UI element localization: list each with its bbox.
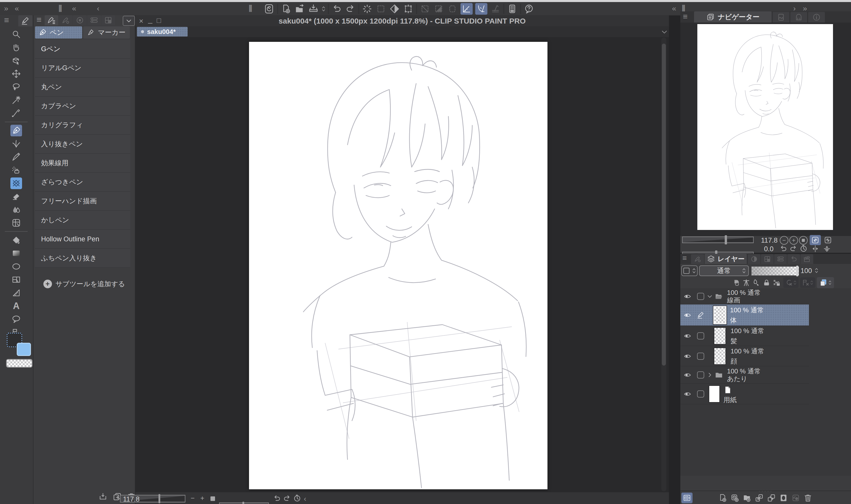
new-document-button[interactable]	[280, 3, 292, 15]
deselect-button[interactable]	[362, 3, 373, 15]
rotation-slider[interactable]: 0.0	[219, 503, 269, 504]
snap-to-special-ruler-button[interactable]	[475, 3, 487, 15]
layer-row-karada-selected[interactable]: 100 % 通常 体	[680, 305, 809, 326]
layer-row-kami[interactable]: 100 % 通常 髪	[680, 326, 809, 346]
add-subtool-button[interactable]: + サブツールを追加する	[34, 280, 135, 288]
panel-grip2-icon[interactable]: |||	[249, 4, 251, 12]
collapse-canvas-icon[interactable]: ‹	[97, 4, 99, 12]
subtool-item-gpen[interactable]: Gペン	[35, 39, 130, 58]
layer-menu-icon[interactable]: ≡	[682, 254, 687, 262]
tab-layer-search[interactable]	[748, 254, 760, 264]
reselect-button[interactable]	[375, 3, 386, 15]
scroll-up-chevron-icon[interactable]	[661, 29, 668, 36]
frame-border-tool[interactable]	[11, 274, 22, 286]
layer-checkbox[interactable]	[694, 391, 707, 397]
tab-layer-property[interactable]	[691, 254, 704, 264]
selection-tool[interactable]	[11, 81, 22, 93]
tone-button[interactable]	[741, 277, 752, 288]
lock-layer-button[interactable]	[761, 277, 772, 288]
paper-thumbnail[interactable]	[709, 385, 720, 402]
subtool-item-hollow-outline-pen[interactable]: Hollow Outline Pen	[35, 230, 130, 249]
collapse-subtool-icon[interactable]: «	[72, 4, 76, 12]
fit-to-window-button[interactable]	[810, 235, 821, 245]
layer-palette-view-button[interactable]	[681, 492, 692, 503]
zoom-slider-handle[interactable]	[159, 494, 160, 503]
tool-property-tab[interactable]	[59, 15, 73, 25]
workspace-panel-button[interactable]	[507, 3, 518, 15]
layer-checkbox[interactable]	[694, 293, 707, 300]
new-vector-layer-button[interactable]	[730, 492, 740, 503]
ruler-range-button[interactable]	[800, 277, 815, 288]
subtool-item-irinuki-pen[interactable]: 入り抜きペン	[35, 134, 130, 154]
eraser-tool[interactable]	[11, 191, 22, 202]
apply-mask-button[interactable]	[791, 492, 801, 503]
layer-thumbnail[interactable]	[714, 347, 726, 365]
zoom-in-button[interactable]: +	[200, 494, 204, 502]
transparent-color-swatch[interactable]	[6, 359, 33, 367]
save-options-spinner[interactable]	[322, 3, 326, 15]
operation-object-tool[interactable]	[11, 55, 22, 67]
vertical-scrollbar-thumb[interactable]	[662, 43, 666, 365]
tab-layer-comp[interactable]	[774, 254, 787, 264]
reset-rotation-button[interactable]	[293, 494, 302, 503]
collapse-left-icon[interactable]: »	[4, 4, 8, 12]
folder-expand-chevron-icon[interactable]	[707, 293, 713, 300]
tab-history[interactable]	[787, 254, 800, 264]
save-button[interactable]	[308, 3, 319, 15]
tab-marker[interactable]: マーカー	[83, 26, 130, 38]
layer-thumbnail-size-control[interactable]	[681, 266, 698, 276]
brush-tool[interactable]	[11, 151, 22, 163]
visibility-eye-icon[interactable]	[680, 292, 694, 300]
gradient-tool[interactable]	[11, 248, 22, 259]
panel-grip-icon[interactable]: |||	[58, 4, 61, 12]
rotate-left-button[interactable]	[272, 494, 282, 503]
visibility-eye-icon[interactable]	[680, 311, 694, 319]
delete-layer-button[interactable]	[803, 492, 813, 503]
tab-item-bank[interactable]	[791, 12, 807, 22]
navigator-rotate-right-button[interactable]	[789, 244, 798, 253]
visibility-eye-icon[interactable]	[680, 332, 694, 340]
navigator-zoom-in-button[interactable]: +	[790, 236, 798, 245]
canvas-page[interactable]	[249, 42, 547, 489]
expand-right-icon[interactable]: ›	[793, 4, 796, 12]
balloon-tool[interactable]	[11, 313, 22, 325]
merge-with-lower-layer-button[interactable]	[766, 492, 776, 503]
layer-row-atari[interactable]: 100 % 通常 あたり	[680, 366, 809, 383]
new-layer-button[interactable]	[718, 492, 728, 503]
redo-button[interactable]	[345, 3, 356, 15]
navigator-preview-area[interactable]	[680, 22, 851, 236]
color-history-tab[interactable]	[87, 15, 101, 25]
fill-selection-icon[interactable]	[433, 3, 444, 15]
document-tab[interactable]: saku004*	[137, 27, 188, 36]
blend-mode-dropdown[interactable]: 通常	[699, 266, 749, 276]
layer-checkbox[interactable]	[694, 332, 707, 340]
navigator-zoom-handle[interactable]	[725, 235, 727, 245]
fill-tool[interactable]	[11, 234, 22, 246]
navigator-menu-icon[interactable]: ≡	[683, 13, 688, 20]
tool-panel-menu-icon[interactable]: ≡	[4, 16, 9, 24]
panel-grip3-icon[interactable]: |||	[682, 4, 684, 12]
rotate-right-button[interactable]	[283, 494, 292, 503]
navigator-rotate-left-button[interactable]	[779, 244, 788, 253]
tab-information[interactable]	[808, 12, 825, 22]
color-set-tab[interactable]	[102, 15, 115, 25]
figure-tool[interactable]	[11, 260, 22, 272]
navigator-zoom-out-button[interactable]: −	[780, 236, 789, 245]
subtool-item-fuchi-pen[interactable]: ふちペン入り抜き	[35, 249, 130, 268]
brush-size-tab[interactable]	[73, 15, 87, 25]
zoom-tool[interactable]	[11, 29, 22, 40]
zoom-out-button[interactable]: −	[191, 494, 195, 502]
layer-row-senga[interactable]: 100 % 通常 線画	[680, 288, 809, 305]
visibility-eye-icon[interactable]	[680, 353, 694, 360]
tab-timeline[interactable]	[800, 254, 813, 264]
panel-overflow-chevron-icon[interactable]	[123, 16, 135, 26]
eyedropper-tool[interactable]	[11, 108, 22, 119]
ruler-tool[interactable]	[11, 287, 22, 299]
subtool-item-kashi-pen[interactable]: かしペン	[35, 211, 130, 230]
tab-pen[interactable]: ペン	[35, 26, 82, 38]
fit-to-screen-button[interactable]	[211, 497, 215, 501]
opacity-slider-handle[interactable]	[796, 266, 798, 276]
navigator-thumbnail[interactable]	[697, 24, 833, 230]
navigator-actual-size-button[interactable]	[799, 236, 808, 245]
statusbar-collapse-icon[interactable]: ‹	[304, 495, 306, 503]
